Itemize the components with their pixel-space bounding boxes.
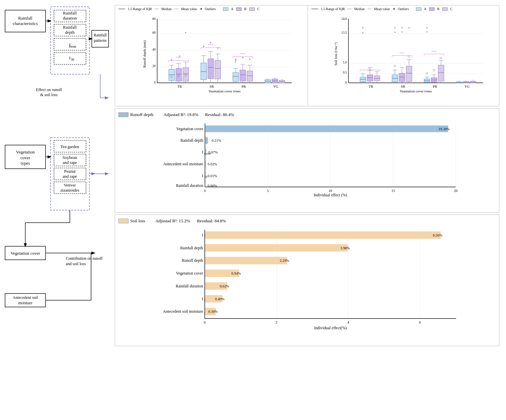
svg-text:SR: SR [209, 85, 214, 88]
svg-text:Runoff depth: Runoff depth [182, 258, 203, 263]
svg-text:Runoff depth (mm): Runoff depth (mm) [143, 40, 147, 68]
svg-text:Rainfall duration: Rainfall duration [176, 284, 203, 288]
svg-rect-92 [201, 63, 206, 80]
legend-top-left: 1.5 Range of IQR Median Mean value ✦ Out… [118, 7, 259, 11]
svg-text:80: 80 [152, 17, 156, 21]
svg-text:6: 6 [419, 320, 421, 324]
svg-text:Vegetation cover: Vegetation cover [176, 271, 203, 276]
svg-rect-198 [399, 73, 405, 82]
svg-text:20: 20 [454, 189, 458, 193]
svg-text:Peanut: Peanut [64, 169, 76, 174]
svg-text:+: + [394, 31, 396, 34]
svg-text:Vegetation cover: Vegetation cover [176, 127, 203, 131]
svg-text:Vegetation cover: Vegetation cover [10, 251, 40, 256]
svg-rect-225 [433, 69, 435, 71]
residual-middle: Residual: 80.4% [205, 112, 234, 117]
svg-text:***: *** [208, 44, 214, 47]
svg-text:0.94%: 0.94% [231, 271, 241, 275]
svg-text:***: *** [368, 66, 373, 70]
svg-text:3.98%: 3.98% [340, 246, 350, 250]
legend-top-right: 1.5 Range of IQR Median Mean value ✦ Out… [311, 7, 452, 11]
svg-text:PR: PR [242, 85, 246, 88]
svg-text:+: + [203, 45, 204, 48]
svg-text:0: 0 [345, 81, 347, 84]
svg-rect-3 [51, 7, 89, 74]
svg-text:+: + [362, 31, 364, 35]
svg-text:0.21%: 0.21% [212, 138, 221, 142]
svg-text:+: + [362, 26, 364, 30]
svg-text:2.29%: 2.29% [280, 258, 289, 262]
svg-text:PR: PR [433, 85, 437, 88]
runoff-barchart: Runoff depth Adjustad R²: 19.8% Residual… [115, 108, 499, 213]
svg-text:30: 30 [71, 58, 74, 61]
svg-text:Vegetation cover types: Vegetation cover types [400, 89, 432, 92]
svg-rect-37 [5, 246, 46, 260]
svg-rect-102 [215, 60, 221, 79]
svg-text:0.02%: 0.02% [208, 162, 217, 166]
svg-text:***: *** [432, 50, 437, 54]
svg-text:0.01%: 0.01% [208, 174, 217, 178]
svg-text:Antecedent soil moisture: Antecedent soil moisture [163, 162, 203, 166]
svg-text:+: + [426, 30, 428, 34]
svg-text:1.0: 1.0 [343, 61, 347, 64]
svg-text:13.5: 13.5 [341, 31, 347, 34]
svg-rect-211 [408, 56, 410, 57]
svg-text:duration: duration [63, 16, 77, 21]
svg-text:+: + [401, 26, 403, 30]
svg-text:Effect on runoff: Effect on runoff [36, 87, 62, 92]
svg-text:5: 5 [267, 189, 269, 193]
runoff-chart-title: Runoff depth [130, 112, 153, 117]
svg-text:Rainfall depth: Rainfall depth [180, 138, 203, 143]
svg-rect-79 [176, 68, 181, 81]
runoff-boxplot: 0 20 40 60 80 Runoff depth (mm) TR SR PR [132, 16, 304, 92]
svg-rect-280 [205, 172, 206, 179]
svg-text:2: 2 [276, 320, 277, 324]
svg-text:60: 60 [152, 31, 156, 34]
svg-text:Rainfall: Rainfall [94, 33, 107, 37]
svg-text:***: *** [176, 56, 181, 60]
svg-rect-110 [233, 73, 238, 82]
svg-rect-4 [54, 10, 86, 22]
svg-text:Vetiver: Vetiver [64, 183, 76, 188]
svg-rect-31 [54, 168, 86, 180]
soilloss-barchart: Soil loss Adjustad R²: 15.2% Residual: 8… [115, 215, 499, 346]
svg-text:0.49%: 0.49% [215, 297, 224, 301]
svg-rect-39 [5, 293, 46, 307]
svg-rect-217 [426, 73, 428, 74]
svg-text:Rainfall: Rainfall [18, 16, 32, 21]
svg-text:and rape: and rape [63, 160, 77, 165]
svg-text:20: 20 [152, 64, 156, 68]
svg-text:Contribution on runoff: Contribution on runoff [66, 256, 103, 261]
svg-rect-0 [5, 10, 46, 32]
svg-rect-10 [54, 38, 86, 50]
svg-text:0: 0 [204, 189, 206, 193]
svg-text:0: 0 [154, 81, 156, 84]
svg-text:I: I [202, 233, 203, 237]
svg-text:40: 40 [152, 48, 156, 51]
svg-rect-269 [205, 137, 208, 144]
right-panel: 1.5 Range of IQR Median Mean value ✦ Out… [111, 3, 503, 417]
svg-text:Individual effect (%): Individual effect (%) [314, 193, 347, 197]
soilloss-legend-box [118, 219, 129, 223]
svg-text:Soil loss (t·ha⁻¹): Soil loss (t·ha⁻¹) [334, 42, 338, 65]
svg-text:+: + [426, 26, 428, 30]
svg-text:0.07%: 0.07% [208, 150, 218, 154]
svg-text:0.5: 0.5 [343, 71, 347, 74]
flow-diagram: Rainfall characteristics Rainfall durati… [3, 3, 111, 417]
svg-rect-7 [54, 24, 86, 36]
svg-text:Rainfall: Rainfall [63, 25, 77, 30]
svg-rect-13 [54, 53, 86, 64]
svg-rect-34 [54, 182, 86, 194]
svg-text:+: + [217, 47, 219, 50]
adj-r2-middle: Adjustad R²: 19.8% [164, 112, 198, 117]
svg-text:and soil loss: and soil loss [66, 261, 86, 266]
svg-rect-120 [247, 71, 253, 81]
svg-text:zizanioides: zizanioides [60, 188, 79, 193]
svg-rect-179 [367, 75, 373, 81]
svg-text:Soybean: Soybean [62, 155, 77, 160]
svg-text:I: I [202, 150, 203, 155]
runoff-legend-box [118, 112, 129, 117]
svg-text:SR: SR [401, 85, 405, 88]
svg-text:Vegetation: Vegetation [16, 149, 35, 155]
svg-rect-300 [205, 244, 348, 252]
